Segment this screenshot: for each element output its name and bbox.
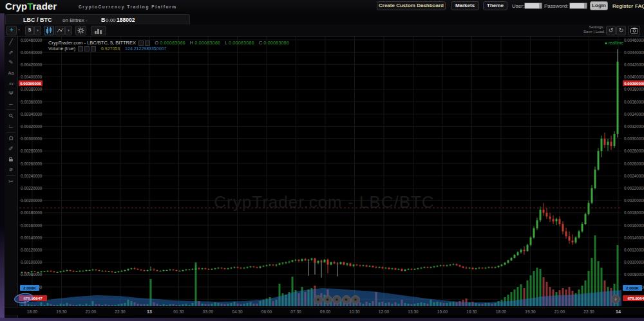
password-label: Password: bbox=[544, 3, 568, 9]
tab-exchange: on Bittrex - bbox=[62, 17, 88, 23]
settings-save-load[interactable]: Settings:Save | Load bbox=[583, 25, 604, 34]
nav-circle-3[interactable]: ● bbox=[342, 295, 351, 304]
time-tick: 03:00 bbox=[197, 309, 219, 314]
time-tick: 06:00 bbox=[256, 309, 278, 314]
price-tick-right: 0.00280000 bbox=[624, 149, 644, 153]
chart-area: ╱⇗✎Aa∧∨Ψ←⚲∟Ω✐ø✂ CrypTrader.com - LBC/BTC… bbox=[5, 37, 644, 318]
price-tick-right: 0.00260000 bbox=[624, 161, 644, 166]
time-tick: 16:30 bbox=[461, 309, 483, 314]
price-tick-left: 0.00120000 bbox=[21, 248, 42, 252]
nav-circle-2[interactable]: ● bbox=[332, 295, 341, 304]
last-price-label-left: 0.00390000 bbox=[19, 80, 43, 86]
app-window: LBC / BTC on Bittrex - B 0.00 188002 + ▾… bbox=[5, 13, 644, 318]
tab-lbc-btc[interactable]: LBC / BTC on Bittrex - B 0.00 188002 bbox=[5, 14, 190, 25]
volume-close-icon[interactable] bbox=[91, 46, 96, 51]
interval-button[interactable]: 5 bbox=[25, 26, 34, 35]
nav-circle-4[interactable]: ● bbox=[351, 295, 360, 304]
time-tick-date: 14 bbox=[607, 309, 629, 314]
password-input[interactable] bbox=[569, 3, 587, 9]
indicators-gear-icon[interactable] bbox=[75, 26, 86, 35]
legend-close-icon[interactable] bbox=[145, 41, 150, 46]
price-tick-right: 0.00440000 bbox=[624, 50, 644, 55]
price-tick-left: 0.00420000 bbox=[21, 62, 42, 67]
candlestick-chart[interactable] bbox=[5, 37, 644, 318]
price-tick-left: 0.00260000 bbox=[21, 161, 42, 166]
create-dashboard-button[interactable]: Create Custom Dashboard bbox=[377, 1, 446, 10]
time-tick: 21:00 bbox=[549, 309, 571, 314]
time-tick: 21:00 bbox=[80, 309, 102, 314]
login-button[interactable]: Login bbox=[590, 1, 608, 10]
price-tick-left: 0.00460000 bbox=[21, 38, 42, 42]
time-tick: 22:30 bbox=[578, 309, 600, 314]
time-tick: 22:30 bbox=[109, 309, 131, 314]
tab-bar: LBC / BTC on Bittrex - B 0.00 188002 bbox=[5, 14, 644, 24]
price-tick-right: 0.00100000 bbox=[624, 260, 644, 264]
realtime-status: ● realtime bbox=[605, 41, 623, 45]
price-tick-right: 0.00080000 bbox=[624, 272, 644, 277]
nav-circle-1[interactable]: ● bbox=[323, 295, 332, 304]
volume-value-label-right: 678.90647 bbox=[623, 295, 644, 301]
scroll-to-realtime-button[interactable]: › bbox=[611, 295, 620, 304]
price-tick-left: 0.00340000 bbox=[21, 112, 42, 116]
volume-scale-label-right: 2.000K bbox=[623, 285, 642, 291]
price-tick-left: 0.00400000 bbox=[21, 75, 42, 79]
line-style-icon[interactable] bbox=[55, 26, 65, 35]
price-tick-left: 0.00140000 bbox=[21, 235, 42, 240]
redo-icon[interactable]: ↻ bbox=[616, 26, 626, 35]
faq-link[interactable]: FAQ bbox=[635, 3, 644, 9]
theme-button[interactable]: Theme bbox=[483, 1, 507, 10]
compare-icon[interactable] bbox=[91, 26, 106, 35]
tab-price-dim: 0.00 bbox=[106, 17, 116, 23]
price-tick-right: 0.00320000 bbox=[624, 124, 644, 129]
price-tick-left: 0.00280000 bbox=[21, 149, 42, 153]
legend-settings-icon[interactable] bbox=[138, 41, 144, 46]
top-header: CrypTrader CryptoCurrency Trading Platfo… bbox=[0, 0, 644, 14]
window-bottom-edge bbox=[0, 318, 644, 321]
time-tick: 04:30 bbox=[227, 309, 249, 314]
markets-button[interactable]: Markets bbox=[451, 1, 479, 10]
crosshair-icon[interactable]: + bbox=[6, 26, 17, 35]
user-label: User: bbox=[512, 3, 524, 9]
price-tick-right: 0.00300000 bbox=[624, 136, 644, 141]
interval-dropdown-icon[interactable]: ▾ bbox=[34, 26, 41, 35]
tab-currency-symbol: B bbox=[101, 17, 106, 23]
price-tick-left: 0.00360000 bbox=[21, 100, 42, 104]
time-tick: 09:00 bbox=[314, 309, 336, 314]
price-tick-left: 0.00100000 bbox=[21, 260, 42, 264]
app-tagline: CryptoCurrency Trading Platform bbox=[79, 5, 177, 9]
price-tick-right: 0.00420000 bbox=[624, 62, 644, 67]
register-link[interactable]: Register bbox=[612, 3, 633, 9]
user-input[interactable] bbox=[524, 3, 542, 9]
chart-toolbar: + ▾ 5 ▾ ▾ Settings:Save | Load ↺ ↻ bbox=[5, 24, 644, 37]
price-tick-right: 0.00340000 bbox=[624, 112, 644, 116]
undo-icon[interactable]: ↺ bbox=[606, 26, 616, 35]
nav-circle-0[interactable]: ● bbox=[314, 295, 323, 304]
candlestick-style-icon[interactable] bbox=[44, 26, 54, 35]
time-tick-date: 13 bbox=[138, 309, 160, 314]
price-tick-left: 0.00080000 bbox=[21, 272, 42, 277]
app-logo: CrypTrader bbox=[5, 1, 57, 12]
time-tick: 01:30 bbox=[168, 309, 190, 314]
snapshot-camera-icon[interactable] bbox=[628, 26, 640, 35]
price-tick-left: 0.00220000 bbox=[21, 186, 42, 190]
price-tick-right: 0.00360000 bbox=[624, 100, 644, 104]
line-style-dropdown-icon[interactable]: ▾ bbox=[65, 26, 72, 35]
chart-legend-title[interactable]: CrypTrader.com - LBC/BTC, 5, BITTREX O 0… bbox=[48, 40, 289, 46]
last-price-label-right: 0.00390000 bbox=[623, 80, 644, 86]
price-tick-right: 0.00120000 bbox=[624, 248, 644, 252]
volume-scale-label-left: 2.000K bbox=[20, 285, 39, 291]
price-tick-right: 0.00160000 bbox=[624, 223, 644, 228]
volume-settings-icon[interactable] bbox=[78, 46, 83, 51]
volume-eye-icon[interactable] bbox=[84, 46, 90, 51]
price-tick-right: 0.00460000 bbox=[624, 38, 644, 42]
volume-legend[interactable]: Volume (true) 6.927053 124.2122983350007 bbox=[48, 46, 166, 51]
tab-pair: LBC / BTC bbox=[23, 17, 52, 23]
time-tick: 19:30 bbox=[51, 309, 73, 314]
tab-price-bold: 188002 bbox=[117, 17, 135, 23]
crosshair-dropdown-icon[interactable]: ▾ bbox=[17, 26, 21, 34]
price-tick-right: 0.00400000 bbox=[624, 75, 644, 79]
time-tick: 12:00 bbox=[373, 309, 395, 314]
time-tick: 18:00 bbox=[21, 309, 43, 314]
time-axis[interactable]: 18:0019:3021:0022:301301:3003:0004:3006:… bbox=[5, 307, 644, 315]
time-tick: 18:00 bbox=[490, 309, 512, 314]
